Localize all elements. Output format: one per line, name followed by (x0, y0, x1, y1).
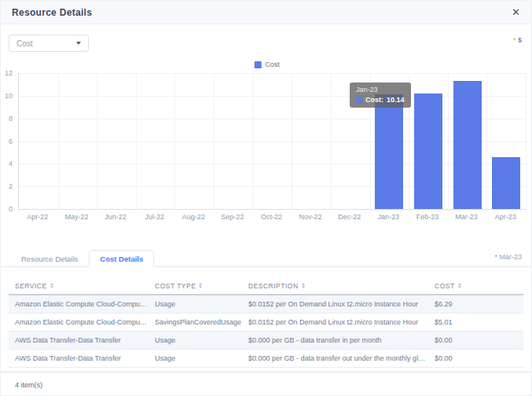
modal-header: Resource Details ✕ (1, 1, 531, 24)
cell-service: Amazon Elastic Compute Cloud-Compute Ins… (9, 300, 149, 308)
cell-cost-type: Usage (149, 354, 242, 362)
y-tick-label: 6 (9, 138, 13, 145)
x-tick-label: Jun-22 (105, 213, 127, 221)
asterisk-mark: * (513, 36, 516, 44)
cell-cost-type: Usage (149, 300, 242, 308)
cell-service: AWS Data Transfer-Data Transfer (9, 336, 149, 344)
y-axis-labels: 024681012 (1, 73, 15, 210)
y-tick-label: 0 (9, 205, 13, 213)
cell-cost-type: SavingsPlanCoveredUsage (149, 318, 242, 326)
table-header: SERVICECOST TYPEDESCRIPTIONCOST (9, 277, 523, 295)
table-row[interactable]: AWS Data Transfer-Data TransferUsage$0.0… (9, 350, 523, 368)
bar-jan-23[interactable] (375, 94, 403, 209)
tab-resource-details[interactable]: Resource Details (10, 250, 89, 267)
sort-icon (50, 283, 53, 288)
tooltip-title: Jan-23 (356, 86, 405, 94)
tooltip-row: Cost: 10.14 (356, 96, 405, 104)
table-row[interactable]: Amazon Elastic Compute Cloud-Compute Ins… (9, 314, 523, 332)
tooltip-series-label: Cost: (365, 96, 383, 104)
x-tick-label: Nov-22 (299, 213, 322, 221)
table-footer: 4 item(s) (1, 372, 531, 396)
sort-icon (199, 283, 202, 288)
x-tick-label: Apr-22 (27, 213, 48, 221)
metric-select-value: Cost (17, 39, 33, 48)
column-header-service[interactable]: SERVICE (9, 282, 149, 290)
cell-cost: $0.00 (428, 354, 523, 362)
cost-chart: Cost 024681012 Apr-22May-22Jun-22Jul-22A… (1, 56, 532, 230)
y-tick-label: 4 (9, 160, 13, 167)
column-header-description[interactable]: DESCRIPTION (242, 282, 428, 290)
legend-label: Cost (265, 60, 280, 68)
column-header-label: COST TYPE (155, 282, 196, 290)
currency-note: * $ (513, 36, 522, 44)
cell-description: $0.000 per GB - data transfer out under … (242, 354, 428, 362)
legend-swatch (254, 61, 261, 68)
bar-apr-23[interactable] (492, 157, 520, 209)
x-tick-label: May-22 (64, 213, 88, 221)
x-tick-label: Dec-22 (338, 213, 361, 221)
metric-select[interactable]: Cost (9, 35, 89, 52)
column-header-label: COST (435, 282, 455, 290)
y-tick-label: 8 (9, 115, 13, 123)
bar-mar-23[interactable] (453, 81, 482, 209)
modal-title: Resource Details (12, 7, 92, 18)
cell-cost: $0.00 (428, 336, 523, 344)
currency-symbol: $ (518, 36, 522, 44)
chevron-down-icon (76, 42, 81, 45)
cell-service: Amazon Elastic Compute Cloud-Compute Ins… (9, 318, 149, 326)
sort-icon (302, 283, 305, 288)
column-header-label: DESCRIPTION (248, 282, 299, 290)
x-tick-label: Apr-23 (495, 213, 516, 221)
resource-details-modal: Resource Details ✕ Cost * $ Cost 0246810… (0, 0, 532, 396)
y-tick-label: 10 (5, 92, 13, 100)
items-count: 4 item(s) (15, 381, 42, 389)
cell-cost: $6.29 (428, 300, 523, 308)
column-header-cost-type[interactable]: COST TYPE (149, 282, 242, 290)
x-tick-label: Mar-23 (455, 213, 478, 221)
cost-details-table: SERVICECOST TYPEDESCRIPTIONCOST Amazon E… (9, 277, 523, 368)
sort-icon (458, 283, 461, 288)
bar-feb-23[interactable] (414, 94, 442, 209)
x-axis-labels: Apr-22May-22Jun-22Jul-22Aug-22Sep-22Oct-… (18, 213, 526, 224)
chart-legend[interactable]: Cost (254, 60, 280, 68)
x-tick-label: Sep-22 (221, 213, 244, 221)
y-tick-label: 2 (9, 182, 13, 190)
x-tick-label: Aug-22 (182, 213, 205, 221)
x-tick-label: Oct-22 (261, 213, 282, 221)
close-icon[interactable]: ✕ (512, 7, 520, 17)
tab-cost-details[interactable]: Cost Details (89, 250, 154, 267)
cell-cost: $5.01 (428, 318, 523, 326)
table-row[interactable]: AWS Data Transfer-Data TransferUsage$0.0… (9, 332, 523, 350)
table-row[interactable]: Amazon Elastic Compute Cloud-Compute Ins… (9, 295, 523, 314)
column-header-cost[interactable]: COST (428, 282, 523, 290)
cell-description: $0.0152 per On Demand Linux t2.micro Ins… (242, 300, 428, 308)
cell-description: $0.000 per GB - data transfer in per mon… (242, 336, 428, 344)
cell-cost-type: Usage (149, 336, 242, 344)
y-tick-label: 12 (5, 69, 13, 77)
chart-plot (18, 73, 526, 210)
x-tick-label: Jan-23 (378, 213, 400, 221)
chart-tooltip: Jan-23 Cost: 10.14 (350, 82, 411, 108)
table-body: Amazon Elastic Compute Cloud-Compute Ins… (9, 295, 523, 368)
tabs-row: Resource DetailsCost Details * Mar-23 (1, 249, 531, 267)
x-tick-label: Feb-23 (416, 213, 439, 221)
cell-description: $0.0152 per On Demand Linux t2.micro Ins… (242, 318, 428, 326)
column-header-label: SERVICE (15, 282, 47, 290)
period-note: * Mar-23 (494, 253, 522, 261)
tabs: Resource DetailsCost Details (10, 249, 154, 266)
tooltip-swatch (356, 97, 362, 103)
tooltip-value: 10.14 (387, 96, 405, 104)
x-tick-label: Jul-22 (145, 213, 164, 221)
cell-service: AWS Data Transfer-Data Transfer (9, 354, 149, 362)
